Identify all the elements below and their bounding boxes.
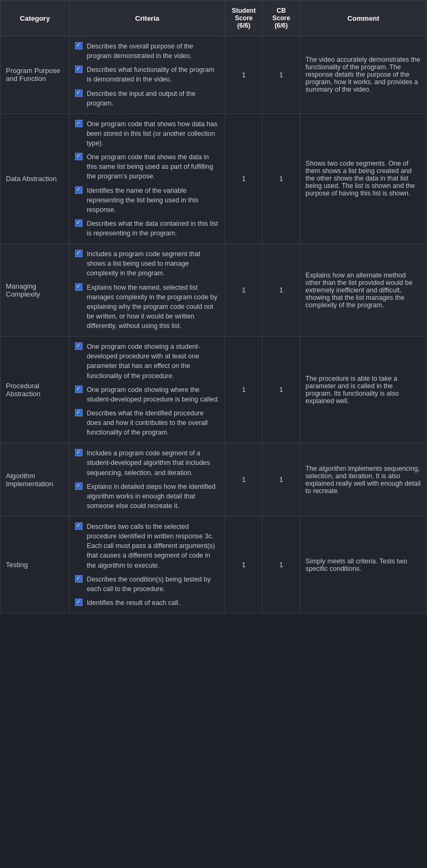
criteria-text: One program code that shows how data has… — [87, 119, 219, 148]
criteria-item: Describes what the data contained in thi… — [75, 219, 219, 238]
criteria-cell-5: Describes two calls to the selected proc… — [69, 517, 225, 613]
rubric-table: Category Criteria Student Score (6/6) CB… — [0, 0, 427, 613]
cb-score-cell-0: 1 — [262, 36, 300, 114]
table-row: Algorithm ImplementationIncludes a progr… — [1, 443, 427, 517]
criteria-item: One program code that shows the data in … — [75, 152, 219, 181]
checkbox-icon — [75, 219, 83, 227]
category-cell-5: Testing — [1, 517, 70, 613]
cb-score-cell-1: 1 — [262, 113, 300, 243]
criteria-text: Explains how the named, selected list ma… — [87, 283, 219, 331]
criteria-cell-2: Includes a program code segment that sho… — [69, 244, 225, 337]
cb-score-sub: (6/6) — [275, 22, 288, 29]
criteria-text: Identifies the name of the variable repr… — [87, 186, 219, 215]
criteria-text: Describes the condition(s) being tested … — [87, 575, 219, 594]
category-cell-1: Data Abstraction — [1, 113, 70, 243]
criteria-cell-4: Includes a program code segment of a stu… — [69, 443, 225, 517]
criteria-item: One program code showing a student-devel… — [75, 342, 219, 381]
criteria-item: Describes what the identified procedure … — [75, 408, 219, 437]
checkbox-icon — [75, 575, 83, 583]
student-score-cell-4: 1 — [225, 443, 262, 517]
checkbox-icon — [75, 283, 83, 291]
category-cell-4: Algorithm Implementation — [1, 443, 70, 517]
checkbox-icon — [75, 599, 83, 606]
criteria-item: Explains how the named, selected list ma… — [75, 283, 219, 331]
checkbox-icon — [75, 522, 83, 530]
cb-score-cell-3: 1 — [262, 337, 300, 443]
criteria-item: Describes what functionality of the prog… — [75, 65, 219, 84]
criteria-text: Identifies the result of each call. — [87, 598, 180, 608]
table-row: Procedural AbstractionOne program code s… — [1, 337, 427, 443]
criteria-item: Describes the input and output of the pr… — [75, 89, 219, 108]
criteria-cell-1: One program code that shows how data has… — [69, 113, 225, 243]
criteria-item: Describes two calls to the selected proc… — [75, 522, 219, 570]
table-row: Program Purpose and FunctionDescribes th… — [1, 36, 427, 114]
cb-score-cell-4: 1 — [262, 443, 300, 517]
criteria-text: Includes a program code segment that sho… — [87, 249, 219, 278]
criteria-text: One program code that shows the data in … — [87, 152, 219, 181]
comment-cell-2: Explains how an alternate method other t… — [300, 244, 426, 337]
criteria-item: Includes a program code segment of a stu… — [75, 448, 219, 477]
category-cell-2: Managing Complexity — [1, 244, 70, 337]
category-cell-0: Program Purpose and Function — [1, 36, 70, 114]
comment-cell-4: The algorithm implements sequencing, sel… — [300, 443, 426, 517]
checkbox-icon — [75, 89, 83, 97]
cb-score-cell-5: 1 — [262, 517, 300, 613]
criteria-text: Describes the overall purpose of the pro… — [87, 42, 219, 61]
checkbox-icon — [75, 409, 83, 416]
comment-cell-1: Shows two code segments. One of them sho… — [300, 113, 426, 243]
checkbox-icon — [75, 120, 83, 127]
criteria-text: One program code showing a student-devel… — [87, 342, 219, 381]
header-criteria: Criteria — [69, 1, 225, 36]
criteria-text: Explains in detailed steps how the ident… — [87, 482, 219, 511]
criteria-text: Describes two calls to the selected proc… — [87, 522, 219, 570]
header-category: Category — [1, 1, 70, 36]
criteria-text: Describes what functionality of the prog… — [87, 65, 219, 84]
checkbox-icon — [75, 449, 83, 456]
checkbox-icon — [75, 65, 83, 73]
table-row: Managing ComplexityIncludes a program co… — [1, 244, 427, 337]
student-score-cell-0: 1 — [225, 36, 262, 114]
criteria-item: Describes the overall purpose of the pro… — [75, 42, 219, 61]
criteria-text: Describes the input and output of the pr… — [87, 89, 219, 108]
criteria-item: Describes the condition(s) being tested … — [75, 575, 219, 594]
criteria-item: Explains in detailed steps how the ident… — [75, 482, 219, 511]
table-row: TestingDescribes two calls to the select… — [1, 517, 427, 613]
comment-cell-3: The procedure is able to take a paramete… — [300, 337, 426, 443]
comment-cell-5: Simply meets all criteria. Tests two spe… — [300, 517, 426, 613]
cb-score-label: CB Score — [272, 7, 290, 22]
criteria-text: Describes what the data contained in thi… — [87, 219, 219, 238]
student-score-label: Student Score — [232, 7, 256, 22]
checkbox-icon — [75, 386, 83, 393]
header-cb-score: CB Score (6/6) — [262, 1, 300, 36]
table-row: Data AbstractionOne program code that sh… — [1, 113, 427, 243]
checkbox-icon — [75, 153, 83, 160]
checkbox-icon — [75, 482, 83, 490]
cb-score-cell-2: 1 — [262, 244, 300, 337]
checkbox-icon — [75, 186, 83, 194]
student-score-cell-5: 1 — [225, 517, 262, 613]
student-score-cell-2: 1 — [225, 244, 262, 337]
student-score-cell-1: 1 — [225, 113, 262, 243]
criteria-item: One program code that shows how data has… — [75, 119, 219, 148]
criteria-cell-3: One program code showing a student-devel… — [69, 337, 225, 443]
checkbox-icon — [75, 342, 83, 350]
category-cell-3: Procedural Abstraction — [1, 337, 70, 443]
criteria-cell-0: Describes the overall purpose of the pro… — [69, 36, 225, 114]
criteria-item: Identifies the result of each call. — [75, 598, 219, 608]
student-score-sub: (6/6) — [237, 22, 250, 29]
criteria-text: One program code showing where the stude… — [87, 385, 219, 404]
comment-cell-0: The video accurately demonstrates the fu… — [300, 36, 426, 114]
main-table-container: Category Criteria Student Score (6/6) CB… — [0, 0, 427, 613]
criteria-item: One program code showing where the stude… — [75, 385, 219, 404]
criteria-text: Includes a program code segment of a stu… — [87, 448, 219, 477]
criteria-item: Includes a program code segment that sho… — [75, 249, 219, 278]
checkbox-icon — [75, 250, 83, 257]
header-comment: Comment — [300, 1, 426, 36]
criteria-item: Identifies the name of the variable repr… — [75, 186, 219, 215]
criteria-text: Describes what the identified procedure … — [87, 408, 219, 437]
student-score-cell-3: 1 — [225, 337, 262, 443]
checkbox-icon — [75, 42, 83, 50]
header-student-score: Student Score (6/6) — [225, 1, 262, 36]
